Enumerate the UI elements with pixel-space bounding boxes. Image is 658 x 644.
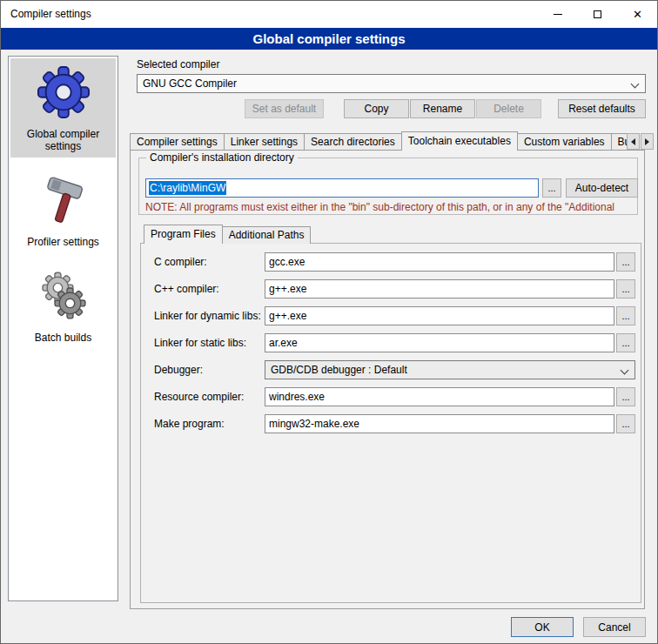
sidebar-item-label: Batch builds (12, 332, 114, 344)
debugger-select[interactable]: GDB/CDB debugger : Default (265, 360, 635, 379)
sidebar-item-label: Global compiler settings (12, 128, 114, 152)
static-linker-input[interactable] (265, 333, 614, 352)
make-program-label: Make program: (154, 418, 225, 430)
close-button[interactable]: ✕ (618, 1, 657, 28)
maximize-button[interactable] (578, 1, 617, 28)
chevron-down-icon (631, 80, 640, 89)
tab-scroll-left-button[interactable] (627, 133, 640, 150)
browse-directory-button[interactable]: ... (542, 178, 561, 198)
tab-strip: Compiler settings Linker settings Search… (130, 131, 627, 151)
c-compiler-label: C compiler: (154, 256, 207, 268)
copy-button[interactable]: Copy (344, 99, 409, 118)
cpp-compiler-input[interactable] (265, 279, 614, 299)
dialog-header-title: Global compiler settings (252, 31, 405, 46)
minimize-button[interactable] (538, 1, 577, 28)
dynamic-linker-input[interactable] (265, 306, 614, 325)
browse-c-compiler-button[interactable]: ... (616, 252, 635, 272)
rename-button[interactable]: Rename (410, 99, 475, 118)
gear-icon (37, 65, 91, 119)
tab-toolchain-executables[interactable]: Toolchain executables (401, 131, 518, 151)
auto-detect-button[interactable]: Auto-detect (566, 178, 638, 198)
compiler-settings-window: Compiler settings ✕ Global compiler sett… (0, 0, 658, 644)
browse-cpp-compiler-button[interactable]: ... (616, 279, 635, 299)
debugger-label: Debugger: (154, 364, 203, 376)
tab-search-directories[interactable]: Search directories (304, 133, 402, 151)
selected-compiler-label: Selected compiler (137, 58, 219, 70)
arrow-right-icon (645, 138, 649, 145)
browse-resource-compiler-button[interactable]: ... (616, 387, 635, 406)
installation-directory-group-label: Compiler's installation directory (146, 151, 298, 164)
c-compiler-input[interactable] (265, 252, 614, 272)
arrow-left-icon (631, 138, 635, 145)
tab-build-options[interactable]: Buil (611, 133, 627, 151)
subtab-program-files[interactable]: Program Files (144, 225, 223, 244)
minimize-icon (554, 14, 562, 15)
sidebar-item-batch-builds[interactable]: Batch builds (10, 262, 116, 349)
debugger-select-value: GDB/CDB debugger : Default (271, 364, 407, 376)
resource-compiler-label: Resource compiler: (154, 391, 244, 403)
tab-linker-settings[interactable]: Linker settings (224, 133, 305, 151)
static-linker-label: Linker for static libs: (154, 337, 246, 349)
dynamic-linker-label: Linker for dynamic libs: (154, 310, 261, 322)
sidebar: Global compiler settings Profiler settin… (8, 56, 118, 601)
browse-static-linker-button[interactable]: ... (616, 333, 635, 352)
subtab-strip: Program Files Additional Paths (144, 224, 310, 244)
set-as-default-button[interactable]: Set as default (245, 99, 324, 118)
cpp-compiler-label: C++ compiler: (154, 283, 219, 295)
resource-compiler-input[interactable] (265, 387, 614, 406)
sidebar-item-label: Profiler settings (12, 236, 114, 248)
window-title: Compiler settings (10, 8, 91, 20)
chevron-down-icon (621, 366, 629, 375)
note-text: NOTE: All programs must exist either in … (145, 201, 634, 213)
cancel-button[interactable]: Cancel (583, 617, 646, 637)
sidebar-item-profiler-settings[interactable]: Profiler settings (10, 166, 116, 253)
hammer-icon (38, 173, 89, 227)
gears-icon (37, 269, 90, 323)
reset-defaults-button[interactable]: Reset defaults (558, 99, 646, 118)
tab-scroll-right-button[interactable] (641, 133, 654, 150)
close-icon: ✕ (633, 8, 642, 21)
make-program-input[interactable] (265, 414, 614, 433)
installation-directory-value: C:\raylib\MinGW (149, 181, 226, 195)
tab-custom-variables[interactable]: Custom variables (517, 133, 612, 151)
subtab-additional-paths[interactable]: Additional Paths (222, 226, 312, 244)
titlebar: Compiler settings ✕ (1, 1, 657, 28)
tab-compiler-settings[interactable]: Compiler settings (130, 133, 225, 151)
delete-button[interactable]: Delete (476, 99, 541, 118)
installation-directory-input[interactable]: C:\raylib\MinGW (145, 178, 539, 198)
ok-button[interactable]: OK (511, 617, 574, 637)
sidebar-item-global-compiler-settings[interactable]: Global compiler settings (10, 58, 116, 158)
maximize-icon (594, 10, 601, 18)
browse-dynamic-linker-button[interactable]: ... (616, 306, 635, 325)
compiler-select-value: GNU GCC Compiler (143, 77, 237, 90)
compiler-select[interactable]: GNU GCC Compiler (137, 74, 646, 93)
dialog-header: Global compiler settings (1, 28, 657, 50)
browse-make-program-button[interactable]: ... (616, 414, 635, 433)
